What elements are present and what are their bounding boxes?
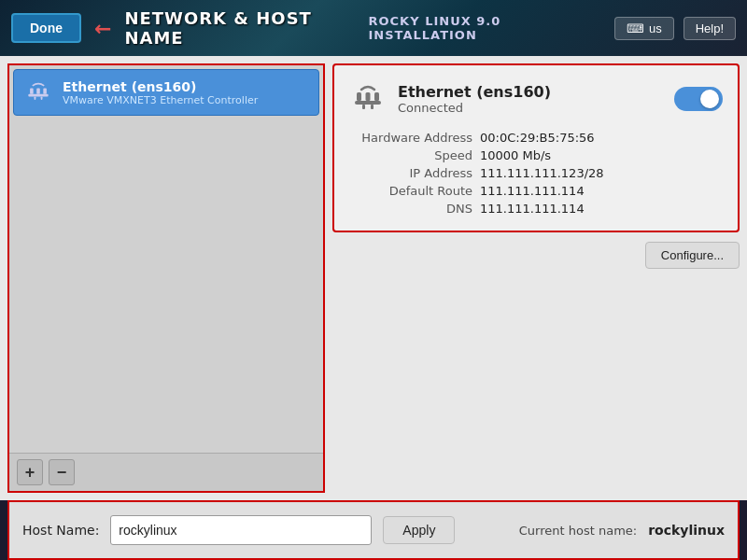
device-card: Ethernet (ens160) Connected Hardware Add… [332, 63, 740, 232]
svg-rect-5 [41, 96, 43, 100]
network-item-desc: VMware VMXNET3 Ethernet Controller [63, 94, 258, 106]
svg-rect-11 [371, 105, 374, 109]
header-left: Done ← NETWORK & HOST NAME [11, 8, 369, 48]
hostname-input[interactable] [110, 515, 372, 545]
device-card-header-left: Ethernet (ens160) Connected [349, 80, 551, 118]
page-title: NETWORK & HOST NAME [124, 8, 368, 48]
configure-button[interactable]: Configure... [645, 242, 740, 269]
current-hostname-label: Current host name: [519, 524, 637, 538]
hw-addr-value: 00:0C:29:B5:75:56 [480, 131, 723, 145]
network-item-icon [23, 77, 53, 107]
keyboard-layout-label: us [649, 21, 662, 35]
svg-rect-7 [357, 92, 361, 101]
device-card-status: Connected [398, 101, 551, 115]
network-item-ens160[interactable]: Ethernet (ens160) VMware VMXNET3 Etherne… [13, 69, 319, 116]
left-panel: Ethernet (ens160) VMware VMXNET3 Etherne… [7, 63, 325, 493]
svg-rect-1 [30, 89, 34, 94]
svg-rect-9 [374, 92, 379, 101]
ethernet-icon-large [349, 80, 387, 118]
svg-rect-8 [366, 92, 371, 101]
device-card-header: Ethernet (ens160) Connected [349, 80, 723, 118]
arrow-icon: ← [94, 17, 111, 40]
rocky-label: ROCKY LINUX 9.0 INSTALLATION [369, 14, 605, 42]
eth-icon-svg [349, 80, 387, 118]
network-list: Ethernet (ens160) VMware VMXNET3 Etherne… [9, 65, 323, 453]
apply-button[interactable]: Apply [383, 516, 455, 544]
help-button[interactable]: Help! [684, 17, 736, 40]
svg-rect-4 [35, 96, 36, 100]
left-panel-toolbar: + − [9, 453, 323, 491]
svg-rect-0 [28, 94, 48, 97]
default-route-label: Default Route [349, 184, 480, 198]
svg-rect-10 [362, 105, 365, 109]
hostname-label: Host Name: [22, 523, 99, 538]
speed-label: Speed [349, 148, 480, 162]
hw-addr-label: Hardware Address [349, 131, 480, 145]
svg-rect-2 [36, 89, 40, 94]
dns-value: 111.111.111.114 [480, 202, 723, 216]
main-area: Ethernet (ens160) VMware VMXNET3 Etherne… [0, 56, 747, 500]
device-info-table: Hardware Address 00:0C:29:B5:75:56 Speed… [349, 131, 723, 216]
toggle-thumb [700, 90, 719, 108]
header-right: ROCKY LINUX 9.0 INSTALLATION ⌨ us Help! [369, 14, 736, 42]
network-item-name: Ethernet (ens160) [63, 79, 258, 94]
bottom-bar: Host Name: Apply Current host name: rock… [7, 500, 740, 560]
right-panel: Ethernet (ens160) Connected Hardware Add… [332, 56, 747, 500]
dns-label: DNS [349, 202, 480, 216]
default-route-value: 111.111.111.114 [480, 184, 723, 198]
keyboard-icon: ⌨ [627, 21, 644, 35]
svg-rect-6 [355, 101, 381, 105]
add-network-button[interactable]: + [17, 459, 43, 485]
svg-rect-3 [43, 89, 47, 94]
device-info-name-group: Ethernet (ens160) Connected [398, 83, 551, 115]
ethernet-icon-small [23, 76, 53, 109]
network-item-text: Ethernet (ens160) VMware VMXNET3 Etherne… [63, 79, 258, 106]
ip-addr-value: 111.111.111.123/28 [480, 166, 723, 180]
done-button[interactable]: Done [11, 13, 81, 43]
header: Done ← NETWORK & HOST NAME ROCKY LINUX 9… [0, 0, 747, 56]
keyboard-button[interactable]: ⌨ us [614, 17, 674, 40]
speed-value: 10000 Mb/s [480, 148, 723, 162]
remove-network-button[interactable]: − [49, 459, 75, 485]
ip-addr-label: IP Address [349, 166, 480, 180]
current-hostname-value: rockylinux [648, 523, 725, 538]
toggle-switch[interactable] [674, 87, 723, 111]
device-card-name: Ethernet (ens160) [398, 83, 551, 101]
right-bottom: Configure... [332, 242, 740, 269]
